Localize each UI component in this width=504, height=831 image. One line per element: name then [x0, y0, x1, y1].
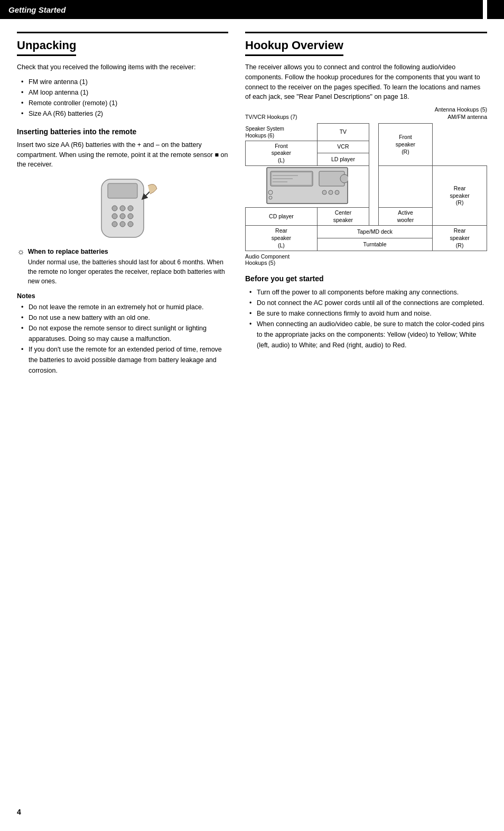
svg-point-4 [128, 206, 133, 211]
batteries-subsection-title: Inserting batteries into the remote [17, 127, 228, 136]
list-item: Do not leave the remote in an extremely … [21, 302, 228, 312]
list-item: If you don't use the remote for an exten… [21, 344, 228, 376]
page-number: 4 [17, 808, 21, 816]
unpacking-items-list: FM wire antenna (1) AM loop antenna (1) … [17, 77, 228, 119]
hookup-diagram-table: Speaker SystemHookups (6) TV Frontspeake… [245, 123, 487, 251]
svg-point-9 [120, 221, 125, 227]
list-item: Remote controller (remote) (1) [21, 98, 228, 108]
svg-rect-1 [108, 183, 137, 198]
list-item: FM wire antenna (1) [21, 77, 228, 87]
tip-icon: ☼ [17, 247, 25, 256]
right-column: Hookup Overview The receiver allows you … [245, 32, 487, 382]
svg-point-21 [335, 190, 339, 195]
tip-text: Under normal use, the batteries should l… [28, 257, 228, 286]
receiver-image-cell [246, 166, 369, 208]
svg-point-10 [128, 221, 133, 227]
unpacking-intro: Check that you received the following it… [17, 62, 228, 72]
turntable-cell: Turntable [317, 238, 432, 251]
tv-cell: TV [317, 124, 369, 141]
list-item: Be sure to make connections firmly to av… [249, 308, 487, 319]
tip-box: ☼ When to replace batteries Under normal… [17, 248, 228, 286]
vcr-cell: VCR [317, 141, 369, 153]
cd-player-cell: CD player [246, 208, 318, 226]
notes-list: Do not leave the remote in an extremely … [17, 302, 228, 376]
before-started-title: Before you get started [245, 274, 487, 283]
svg-point-23 [269, 196, 272, 199]
remote-image [70, 174, 175, 243]
hookup-diagram-container: Antenna Hookups (5) TV/VCR Hookups (7) A… [245, 106, 487, 266]
header-accent-inner [485, 0, 504, 19]
section-divider-left [17, 32, 228, 33]
svg-point-3 [120, 206, 125, 211]
top-row-labels: TV/VCR Hookups (7) AM/FM antenna [245, 114, 487, 120]
audio-component-label: Audio ComponentHookups (5) [245, 253, 487, 266]
ld-player-cell: LD player [317, 153, 369, 166]
tape-md-cell: Tape/MD deck [317, 226, 432, 238]
list-item: Size AA (R6) batteries (2) [21, 108, 228, 119]
list-item: Do not connect the AC power cords until … [249, 298, 487, 308]
svg-point-20 [329, 190, 333, 195]
list-item: Do not expose the remote sensor to direc… [21, 323, 228, 344]
svg-point-22 [268, 190, 273, 195]
svg-point-7 [128, 214, 133, 219]
spacer-cell [369, 124, 378, 226]
am-fm-label: AM/FM antenna [447, 114, 487, 120]
tv-vcr-label: TV/VCR Hookups (7) [245, 114, 297, 120]
speaker-system-label: Speaker SystemHookups (6) [246, 124, 318, 141]
batteries-text: Insert two size AA (R6) batteries with t… [17, 140, 228, 170]
front-speaker-l-cell: Frontspeaker(L) [246, 141, 318, 166]
list-item: Turn off the power to all components bef… [249, 287, 487, 298]
header-accent [483, 0, 504, 19]
hookup-title: Hookup Overview [245, 39, 343, 56]
section-divider-right [245, 32, 487, 33]
list-item: When connecting an audio/video cable, be… [249, 319, 487, 350]
table-row: Frontspeaker(L) VCR [246, 141, 487, 153]
list-item: AM loop antenna (1) [21, 87, 228, 98]
svg-point-19 [322, 190, 326, 195]
table-row: Rearspeaker(R) [246, 166, 487, 208]
spacer2 [378, 166, 433, 208]
notes-title: Notes [17, 292, 228, 300]
left-column: Unpacking Check that you received the fo… [17, 32, 228, 382]
rear-speaker-r-cell2: Rearspeaker(R) [433, 226, 487, 251]
list-item: Do not use a new battery with an old one… [21, 312, 228, 323]
unpacking-title: Unpacking [17, 39, 76, 56]
table-row: Speaker SystemHookups (6) TV Frontspeake… [246, 124, 487, 141]
before-started-list: Turn off the power to all components bef… [245, 287, 487, 350]
rear-speaker-l-cell: Rearspeaker(L) [246, 226, 318, 251]
svg-point-8 [112, 221, 117, 227]
svg-point-24 [340, 174, 348, 183]
tip-title: When to replace batteries [28, 248, 228, 255]
header-bar: Getting Started [0, 0, 504, 19]
svg-point-2 [112, 206, 117, 211]
table-row: Rearspeaker(L) Tape/MD deck Rearspeaker(… [246, 226, 487, 238]
svg-point-6 [120, 214, 125, 219]
hookup-intro: The receiver allows you to connect and c… [245, 62, 487, 102]
antenna-hookups-label: Antenna Hookups (5) [245, 106, 487, 113]
receiver-svg [266, 167, 348, 204]
front-speaker-r-cell: Frontspeaker(R) [378, 124, 433, 166]
header-title: Getting Started [8, 5, 66, 14]
main-content: Unpacking Check that you received the fo… [0, 19, 504, 399]
svg-point-5 [112, 214, 117, 219]
center-speaker-cell: Centerspeaker [317, 208, 369, 226]
rear-speaker-r-cell: Rearspeaker(R) [433, 166, 487, 226]
active-woofer-cell: Activewoofer [378, 208, 433, 226]
tip-content: When to replace batteries Under normal u… [28, 248, 228, 286]
